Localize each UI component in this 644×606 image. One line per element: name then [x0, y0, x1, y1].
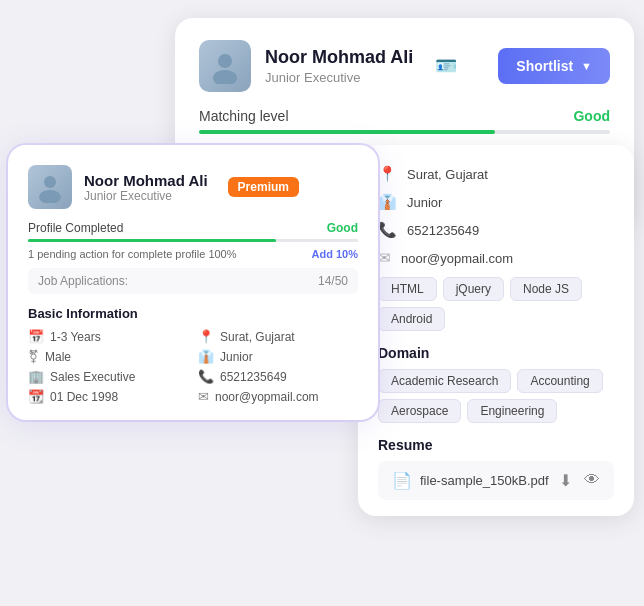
- domain-title: Domain: [378, 345, 614, 361]
- domain-tags: Academic Research Accounting Aerospace E…: [378, 369, 614, 423]
- basic-item-role: 🏢 Sales Executive: [28, 369, 188, 384]
- front-card: Noor Mohmad Ali Junior Executive Premium…: [8, 145, 378, 420]
- matching-label-row: Matching level Good: [199, 108, 610, 124]
- phone-icon: 📞: [198, 369, 214, 384]
- profile-status: Good: [327, 221, 358, 235]
- matching-label: Matching level: [199, 108, 289, 124]
- candidate-text: Noor Mohmad Ali Junior Executive: [265, 47, 413, 85]
- svg-point-2: [44, 176, 56, 188]
- profile-completed-row: Profile Completed Good: [28, 221, 358, 235]
- tag-html: HTML: [378, 277, 437, 301]
- phone-text: 6521235649: [407, 223, 479, 238]
- basic-value-years: 1-3 Years: [50, 330, 101, 344]
- job-apps-label: Job Applications:: [38, 274, 128, 288]
- email-text: noor@yopmail.com: [401, 251, 513, 266]
- gender-icon: ⚧: [28, 349, 39, 364]
- basic-item-dob: 📆 01 Dec 1998: [28, 389, 188, 404]
- pending-text: 1 pending action for complete profile 10…: [28, 248, 237, 260]
- calendar-icon: 📅: [28, 329, 44, 344]
- tag-academic: Academic Research: [378, 369, 511, 393]
- resume-left: 📄 file-sample_150kB.pdf: [392, 471, 549, 490]
- matching-section: Matching level Good: [199, 108, 610, 134]
- basic-value-phone: 6521235649: [220, 370, 287, 384]
- file-icon: 📄: [392, 471, 412, 490]
- level-icon: 👔: [378, 193, 397, 211]
- location-icon: 📍: [198, 329, 214, 344]
- basic-item-phone: 📞 6521235649: [198, 369, 358, 384]
- tag-nodejs: Node JS: [510, 277, 582, 301]
- tech-tags: HTML jQuery Node JS Android: [378, 277, 614, 331]
- download-icon[interactable]: ⬇: [559, 471, 572, 490]
- front-header: Noor Mohmad Ali Junior Executive Premium: [28, 165, 358, 209]
- basic-value-level: Junior: [220, 350, 253, 364]
- job-apps-value: 14/50: [318, 274, 348, 288]
- matching-status: Good: [573, 108, 610, 124]
- front-avatar: [28, 165, 72, 209]
- front-name: Noor Mohmad Ali: [84, 172, 208, 189]
- add-percent[interactable]: Add 10%: [312, 248, 358, 260]
- basic-value-dob: 01 Dec 1998: [50, 390, 118, 404]
- tag-aerospace: Aerospace: [378, 399, 461, 423]
- basic-item-email: ✉ noor@yopmail.com: [198, 389, 358, 404]
- info-email: ✉ noor@yopmail.com: [378, 249, 614, 267]
- shortlist-button[interactable]: Shortlist ▼: [498, 48, 610, 84]
- basic-item-years: 📅 1-3 Years: [28, 329, 188, 344]
- chevron-down-icon: ▼: [581, 60, 592, 72]
- location-text: Surat, Gujarat: [407, 167, 488, 182]
- front-subtitle: Junior Executive: [84, 189, 208, 203]
- right-panel: 📍 Surat, Gujarat 👔 Junior 📞 6521235649 ✉…: [358, 145, 634, 516]
- level-text: Junior: [407, 195, 442, 210]
- basic-value-location: Surat, Gujarat: [220, 330, 295, 344]
- view-icon[interactable]: 👁: [584, 471, 600, 490]
- profile-bar-bg: [28, 239, 358, 242]
- email-icon: ✉: [378, 249, 391, 267]
- basic-value-email: noor@yopmail.com: [215, 390, 319, 404]
- premium-badge: Premium: [228, 177, 299, 197]
- svg-point-0: [218, 54, 232, 68]
- basic-item-gender: ⚧ Male: [28, 349, 188, 364]
- svg-point-3: [39, 190, 61, 203]
- basic-item-level: 👔 Junior: [198, 349, 358, 364]
- candidate-title: Junior Executive: [265, 70, 413, 85]
- tag-jquery: jQuery: [443, 277, 504, 301]
- resume-filename: file-sample_150kB.pdf: [420, 473, 549, 488]
- email-icon: ✉: [198, 389, 209, 404]
- basic-item-location: 📍 Surat, Gujarat: [198, 329, 358, 344]
- card-header: Noor Mohmad Ali Junior Executive 🪪 Short…: [199, 40, 610, 92]
- dob-icon: 📆: [28, 389, 44, 404]
- tag-engineering: Engineering: [467, 399, 557, 423]
- resume-row: 📄 file-sample_150kB.pdf ⬇ 👁: [378, 461, 614, 500]
- resume-title: Resume: [378, 437, 614, 453]
- tag-accounting: Accounting: [517, 369, 602, 393]
- info-phone: 📞 6521235649: [378, 221, 614, 239]
- pending-row: 1 pending action for complete profile 10…: [28, 248, 358, 260]
- profile-bar-fill: [28, 239, 276, 242]
- front-name-block: Noor Mohmad Ali Junior Executive: [84, 172, 208, 203]
- candidate-info: Noor Mohmad Ali Junior Executive 🪪: [199, 40, 457, 92]
- svg-point-1: [213, 70, 237, 84]
- location-icon: 📍: [378, 165, 397, 183]
- progress-bar-bg: [199, 130, 610, 134]
- phone-icon: 📞: [378, 221, 397, 239]
- basic-info-grid: 📅 1-3 Years 📍 Surat, Gujarat ⚧ Male 👔 Ju…: [28, 329, 358, 404]
- avatar: [199, 40, 251, 92]
- info-location: 📍 Surat, Gujarat: [378, 165, 614, 183]
- tag-android: Android: [378, 307, 445, 331]
- basic-info-title: Basic Information: [28, 306, 358, 321]
- resume-actions: ⬇ 👁: [559, 471, 600, 490]
- profile-completed-label: Profile Completed: [28, 221, 123, 235]
- progress-bar-fill: [199, 130, 495, 134]
- info-level: 👔 Junior: [378, 193, 614, 211]
- candidate-name: Noor Mohmad Ali: [265, 47, 413, 68]
- level-icon: 👔: [198, 349, 214, 364]
- job-apps-row: Job Applications: 14/50: [28, 268, 358, 294]
- role-icon: 🏢: [28, 369, 44, 384]
- basic-value-role: Sales Executive: [50, 370, 135, 384]
- basic-value-gender: Male: [45, 350, 71, 364]
- candidate-icon: 🪪: [435, 55, 457, 77]
